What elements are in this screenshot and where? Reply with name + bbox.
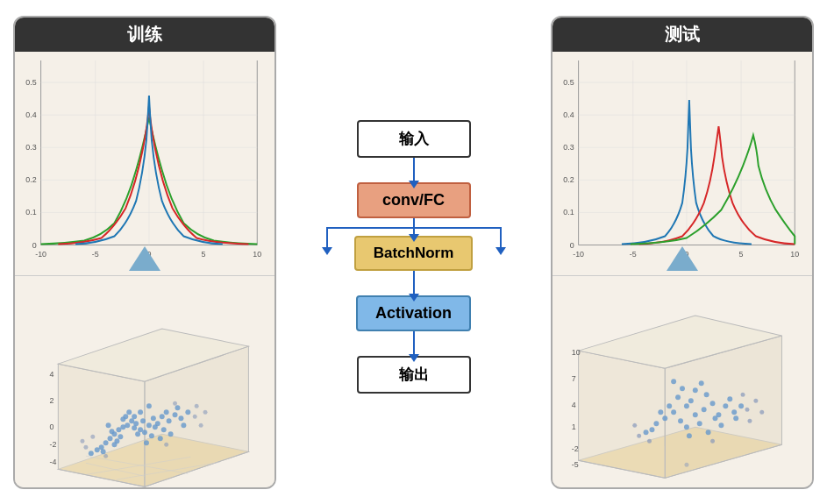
svg-point-138 (678, 418, 683, 423)
svg-point-74 (175, 405, 181, 410)
right-panel-title: 测试 (553, 18, 812, 52)
svg-point-86 (185, 409, 190, 415)
svg-point-69 (126, 409, 132, 415)
svg-point-160 (671, 379, 676, 384)
svg-text:0.5: 0.5 (25, 78, 36, 87)
svg-point-152 (680, 386, 685, 391)
svg-text:0.3: 0.3 (563, 143, 574, 152)
svg-text:1: 1 (572, 422, 576, 431)
svg-text:10: 10 (572, 348, 581, 357)
svg-point-81 (132, 414, 137, 419)
svg-point-144 (662, 415, 667, 421)
svg-point-65 (135, 431, 140, 437)
svg-text:-5: -5 (92, 249, 99, 258)
svg-point-150 (653, 421, 659, 426)
svg-text:0: 0 (570, 240, 574, 249)
svg-point-71 (95, 447, 100, 452)
svg-point-84 (181, 422, 186, 428)
right-top-chart: 0 0.1 0.2 0.3 0.4 0.5 -10 -5 0 5 10 (553, 52, 812, 277)
svg-point-157 (658, 409, 663, 415)
svg-text:-5: -5 (583, 486, 590, 488)
svg-point-77 (138, 409, 143, 415)
left-scatter-svg: 4 2 0 -2 -4 -5 -3 -1 1 3 (15, 276, 274, 488)
main-container: 训练 0 (0, 0, 827, 504)
left-bottom-chart: 4 2 0 -2 -4 -5 -3 -1 1 3 (15, 276, 274, 488)
svg-point-51 (151, 415, 156, 421)
svg-point-78 (158, 436, 163, 441)
svg-point-58 (110, 429, 115, 434)
svg-point-52 (103, 440, 109, 445)
svg-text:7: 7 (572, 374, 576, 383)
left-distribution-svg: 0 0.1 0.2 0.3 0.4 0.5 -10 -5 0 5 10 (15, 52, 274, 276)
svg-text:5: 5 (202, 249, 206, 258)
svg-point-61 (149, 433, 154, 438)
left-top-chart: 0 0.1 0.2 0.3 0.4 0.5 -10 -5 0 5 10 (15, 52, 274, 277)
svg-point-62 (164, 409, 169, 415)
svg-text:-4: -4 (49, 458, 56, 466)
left-up-arrow (129, 246, 160, 271)
svg-point-54 (142, 429, 147, 435)
svg-point-161 (738, 403, 744, 408)
svg-point-142 (697, 421, 702, 426)
svg-point-67 (106, 422, 111, 428)
svg-point-49 (146, 422, 152, 428)
arrow-input-conv (413, 158, 415, 182)
svg-text:0: 0 (49, 422, 53, 431)
center-flow: 输入 conv/FC (326, 111, 502, 394)
svg-point-166 (745, 408, 750, 412)
arrow-activation-output (413, 331, 415, 356)
right-scatter-svg: 10 7 4 1 -2 -5 -5 -2 1 4 (553, 276, 812, 488)
svg-point-141 (675, 394, 681, 400)
left-panel: 训练 0 (13, 16, 276, 489)
svg-marker-25 (58, 364, 145, 486)
svg-point-50 (108, 436, 113, 441)
svg-point-165 (687, 433, 692, 438)
svg-point-91 (195, 404, 199, 408)
svg-text:0.3: 0.3 (25, 143, 36, 152)
svg-point-73 (161, 427, 167, 432)
svg-text:0.2: 0.2 (25, 175, 36, 184)
svg-point-72 (144, 440, 149, 445)
output-label: 输出 (399, 366, 429, 383)
svg-point-94 (83, 445, 88, 450)
svg-point-155 (693, 387, 698, 393)
right-panel: 测试 0 0.1 0.2 0.3 (551, 16, 814, 489)
svg-point-173 (647, 439, 652, 444)
svg-point-95 (203, 410, 208, 415)
branch-area (326, 218, 502, 236)
svg-point-147 (704, 392, 709, 397)
svg-marker-122 (579, 351, 666, 478)
svg-point-146 (667, 403, 672, 408)
svg-point-96 (80, 439, 84, 444)
svg-point-154 (650, 427, 655, 432)
svg-point-136 (684, 403, 689, 408)
svg-point-55 (118, 434, 123, 439)
svg-text:4: 4 (49, 370, 53, 379)
svg-point-149 (723, 403, 728, 408)
svg-text:-10: -10 (573, 249, 584, 258)
svg-text:-5: -5 (630, 249, 637, 258)
left-panel-title: 训练 (15, 18, 274, 52)
svg-point-76 (120, 416, 125, 422)
svg-point-59 (140, 418, 146, 423)
svg-point-82 (168, 431, 174, 437)
svg-point-167 (637, 434, 641, 438)
svg-point-164 (733, 415, 738, 421)
svg-text:0.1: 0.1 (25, 208, 36, 217)
svg-point-175 (684, 463, 688, 467)
svg-point-137 (693, 412, 698, 417)
svg-point-56 (132, 425, 137, 430)
svg-text:0.1: 0.1 (563, 208, 574, 217)
svg-point-151 (713, 415, 718, 421)
svg-text:4: 4 (572, 401, 576, 409)
svg-point-158 (718, 422, 724, 428)
svg-point-170 (632, 423, 637, 428)
right-bottom-chart: 10 7 4 1 -2 -5 -5 -2 1 4 (553, 276, 812, 488)
svg-text:10: 10 (253, 249, 261, 258)
svg-point-66 (153, 424, 158, 429)
svg-point-92 (173, 401, 177, 406)
svg-point-148 (684, 424, 689, 429)
svg-point-171 (710, 439, 715, 444)
svg-point-163 (699, 380, 704, 386)
svg-point-79 (178, 415, 183, 421)
